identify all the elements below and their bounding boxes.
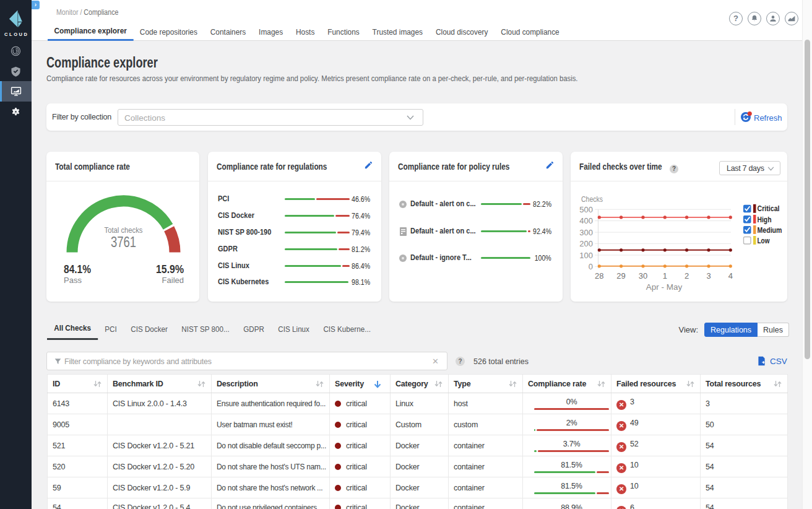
svg-text:300: 300: [579, 228, 593, 237]
svg-text:3761: 3761: [111, 234, 136, 250]
svg-text:30: 30: [639, 271, 647, 281]
svg-text:500: 500: [579, 205, 593, 214]
svg-text:200: 200: [579, 239, 593, 248]
svg-text:15.9%: 15.9%: [156, 263, 184, 276]
svg-text:28: 28: [595, 271, 603, 281]
svg-text:84.1%: 84.1%: [64, 263, 91, 276]
svg-text:Low: Low: [758, 237, 770, 245]
svg-text:100: 100: [579, 251, 593, 260]
svg-text:High: High: [758, 215, 772, 224]
svg-text:Checks: Checks: [581, 194, 603, 204]
svg-text:Medium: Medium: [758, 226, 782, 235]
svg-text:0: 0: [589, 262, 593, 271]
svg-text:1: 1: [663, 271, 667, 281]
svg-text:400: 400: [579, 216, 593, 225]
svg-text:2: 2: [685, 271, 689, 281]
svg-text:4: 4: [728, 271, 733, 281]
svg-text:3: 3: [706, 271, 710, 281]
svg-text:Critical: Critical: [758, 204, 780, 213]
svg-text:29: 29: [616, 271, 625, 281]
svg-text:Apr - May: Apr - May: [646, 282, 683, 292]
